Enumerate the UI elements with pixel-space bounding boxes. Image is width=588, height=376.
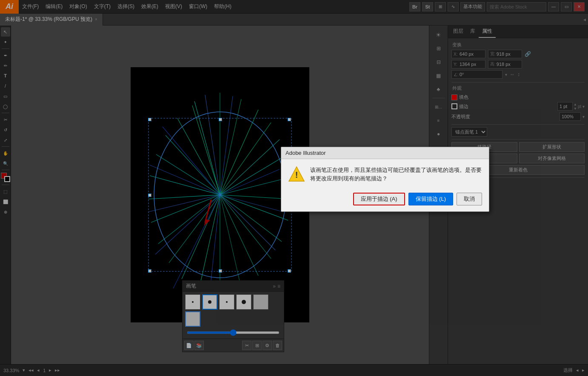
- delete-brush-btn[interactable]: ✂: [242, 341, 251, 350]
- stroke-color-swatch[interactable]: [451, 103, 457, 109]
- handle-tl[interactable]: [148, 118, 151, 121]
- minimize-btn[interactable]: —: [548, 2, 559, 11]
- tool-zoom[interactable]: 🔍: [1, 159, 10, 168]
- appearance-panel-icon[interactable]: ☀: [431, 29, 446, 41]
- tool-direct-select[interactable]: ✦: [1, 37, 10, 47]
- w-field[interactable]: 宽: 918 px: [488, 50, 522, 58]
- expand-shape-btn[interactable]: 扩展形状: [519, 142, 585, 152]
- menu-text[interactable]: 文字(T): [91, 0, 114, 14]
- path-icon-btn[interactable]: ∿: [448, 2, 459, 11]
- transparency-panel-icon[interactable]: ●: [431, 128, 446, 140]
- tool-brush[interactable]: ✏: [1, 61, 10, 70]
- handle-bl[interactable]: [148, 269, 151, 273]
- handle-tr[interactable]: [288, 118, 291, 121]
- workspace-selector[interactable]: 基本功能: [460, 2, 485, 11]
- brush-swatch-white[interactable]: [253, 294, 268, 310]
- tab-layers[interactable]: 图层: [450, 26, 467, 38]
- swatches-panel-icon[interactable]: ▦: [431, 70, 446, 82]
- new-brush-btn[interactable]: 📄: [184, 341, 194, 350]
- menu-edit[interactable]: 编辑(E): [42, 0, 66, 14]
- menu-help[interactable]: 帮助(H): [211, 0, 235, 14]
- tab-properties[interactable]: 属性: [479, 26, 496, 38]
- library-btn[interactable]: 📚: [194, 341, 204, 350]
- brush-size-slider[interactable]: [187, 331, 280, 334]
- stroke-unit-dropdown[interactable]: pt ▾: [578, 104, 585, 109]
- tool-symbol[interactable]: ⊕: [1, 207, 10, 216]
- brush-empty-swatch[interactable]: [185, 311, 200, 327]
- page-forward-btn[interactable]: ▸: [49, 367, 51, 373]
- menu-window[interactable]: 窗口(W): [186, 0, 211, 14]
- handle-bm[interactable]: [219, 269, 222, 273]
- brush-menu-btn[interactable]: ≡: [277, 283, 280, 289]
- fill-stroke-indicator[interactable]: [1, 173, 10, 182]
- keep-strokes-btn[interactable]: 保留描边 (L): [408, 193, 454, 205]
- handle-tm[interactable]: [219, 118, 222, 121]
- align-pixel-btn[interactable]: 对齐像素网格: [519, 154, 585, 163]
- pathfinder-panel-icon[interactable]: ⊞…: [431, 101, 446, 113]
- page-prev-btn[interactable]: ◂◂: [29, 367, 34, 373]
- artboard-arrow-left[interactable]: ◂: [576, 367, 579, 373]
- tool-pen[interactable]: ✒: [1, 51, 10, 60]
- brush-swatch-4[interactable]: [236, 294, 251, 310]
- panels-collapse-btn[interactable]: ◂: [581, 14, 588, 26]
- symbols-panel-icon[interactable]: ♣: [431, 83, 446, 95]
- tool-rotate[interactable]: ↺: [1, 125, 10, 134]
- artboard-arrow-right[interactable]: ▸: [582, 367, 585, 373]
- align-panel-icon[interactable]: ⊟: [431, 56, 446, 68]
- stock-icon-btn[interactable]: St: [422, 2, 433, 11]
- brush-swatch-3[interactable]: [219, 294, 234, 310]
- brush-swatch-1[interactable]: [185, 294, 200, 310]
- opacity-value-input[interactable]: [559, 112, 581, 121]
- y-field[interactable]: Y: 1364 px: [451, 60, 485, 68]
- zoom-dropdown-btn[interactable]: ▾: [23, 367, 25, 373]
- document-tab[interactable]: 未标题-1* @ 33.33% (RGB/GPU 预览) ×: [0, 14, 103, 26]
- x-field[interactable]: X: 640 px: [451, 50, 485, 58]
- stroke-panel-icon[interactable]: ≡: [431, 114, 446, 126]
- tool-hand[interactable]: ✋: [1, 148, 10, 158]
- tool-line[interactable]: /: [1, 81, 10, 91]
- menu-select[interactable]: 选择(S): [114, 0, 138, 14]
- apply-to-strokes-btn[interactable]: 应用于描边 (A): [353, 193, 405, 205]
- angle-field[interactable]: ∠: 0°: [451, 70, 502, 79]
- brush-swatch-2[interactable]: [202, 294, 217, 310]
- tool-rect[interactable]: ▭: [1, 91, 10, 101]
- tab-close-btn[interactable]: ×: [95, 17, 97, 22]
- menu-view[interactable]: 视图(V): [162, 0, 186, 14]
- restore-btn[interactable]: ▭: [561, 2, 572, 11]
- flip-v-btn[interactable]: ↕: [517, 71, 520, 77]
- cancel-btn[interactable]: 取消: [457, 193, 482, 205]
- stroke-up-btn[interactable]: ▲: [574, 103, 577, 106]
- close-btn[interactable]: ✕: [574, 2, 585, 11]
- opacity-arrow-btn[interactable]: ▾: [582, 114, 585, 119]
- handle-ml[interactable]: [148, 194, 151, 197]
- brush-options-btn[interactable]: ⚙: [263, 341, 272, 350]
- tool-scissors[interactable]: ✂: [1, 115, 10, 124]
- brush-name-select[interactable]: 锚点面笔 1: [451, 127, 487, 137]
- angle-dropdown-btn[interactable]: ▾: [505, 72, 507, 77]
- h-field[interactable]: 高: 918 px: [488, 60, 522, 68]
- tool-select[interactable]: ↖: [1, 27, 10, 37]
- stock-search-input[interactable]: [487, 2, 546, 11]
- tool-scale[interactable]: ⤢: [1, 135, 10, 145]
- stroke-down-btn[interactable]: ▼: [574, 107, 577, 111]
- menu-effect[interactable]: 效果(E): [138, 0, 162, 14]
- bridge-icon-btn[interactable]: Br: [409, 2, 420, 11]
- flip-h-btn[interactable]: ↔: [510, 71, 515, 77]
- menu-file[interactable]: 文件(F): [19, 0, 42, 14]
- brush-expand-btn[interactable]: »: [273, 283, 276, 289]
- duplicate-brush-btn[interactable]: ⊞: [252, 341, 262, 350]
- menu-object[interactable]: 对象(O): [66, 0, 90, 14]
- tool-type[interactable]: T: [1, 71, 10, 80]
- fill-color-swatch[interactable]: [451, 94, 457, 100]
- transform-panel-icon[interactable]: ⊞: [431, 43, 446, 54]
- tool-artboard[interactable]: ⬜: [1, 197, 10, 206]
- tool-ellipse[interactable]: ◯: [1, 102, 10, 111]
- tab-libraries[interactable]: 库: [467, 26, 479, 38]
- page-next-btn[interactable]: ▸▸: [55, 367, 60, 373]
- stroke-value-input[interactable]: [557, 102, 573, 111]
- grid-icon-btn[interactable]: ⊞: [435, 2, 446, 11]
- page-back-btn[interactable]: ◂: [37, 367, 40, 373]
- tool-layers[interactable]: ⬚: [1, 187, 10, 196]
- trash-brush-btn[interactable]: 🗑: [273, 341, 282, 350]
- handle-br[interactable]: [288, 269, 291, 273]
